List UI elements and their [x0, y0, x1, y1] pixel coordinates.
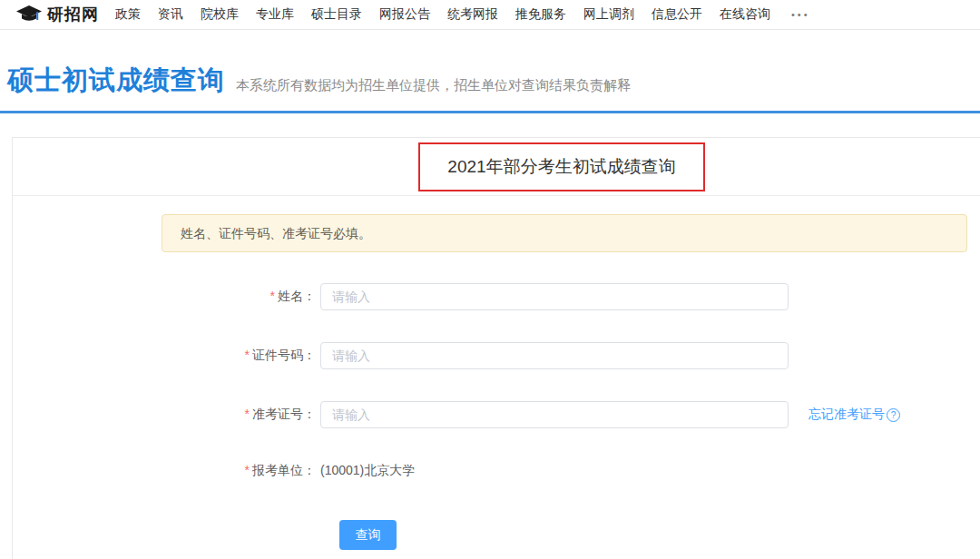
page-title: 硕士初试成绩查询 — [7, 63, 225, 99]
required-asterisk: * — [270, 289, 275, 303]
graduation-cap-icon — [15, 5, 47, 25]
name-input[interactable] — [320, 283, 789, 310]
required-fields-notice: 姓名、证件号码、准考证号必填。 — [162, 214, 967, 252]
nav-item-info-disclosure[interactable]: 信息公开 — [652, 6, 702, 23]
more-menu-icon[interactable]: ••• — [791, 9, 810, 20]
id-number-row: *证件号码： — [13, 342, 980, 369]
target-unit-value: (10001)北京大学 — [320, 463, 415, 479]
ticket-number-row: *准考证号： 忘记准考证号? — [13, 401, 980, 428]
card-header: 2021年部分考生初试成绩查询 — [13, 138, 980, 196]
target-unit-row: *报考单位： (10001)北京大学 — [13, 462, 980, 480]
nav-item-college-db[interactable]: 院校库 — [201, 6, 239, 23]
ticket-number-input[interactable] — [320, 401, 789, 428]
nav-menu: 政策 资讯 院校库 专业库 硕士目录 网报公告 统考网报 推免服务 网上调剂 信… — [115, 6, 810, 23]
ticket-number-label: *准考证号： — [13, 407, 316, 423]
required-asterisk: * — [245, 463, 250, 477]
name-row: *姓名： — [13, 283, 980, 310]
nav-item-news[interactable]: 资讯 — [158, 6, 183, 23]
blue-divider — [0, 111, 980, 113]
site-logo[interactable]: 研招网 — [15, 4, 99, 25]
nav-item-major-db[interactable]: 专业库 — [256, 6, 294, 23]
required-asterisk: * — [245, 407, 250, 421]
required-asterisk: * — [245, 348, 250, 362]
highlight-annotation-box: 2021年部分考生初试成绩查询 — [418, 142, 704, 191]
card-title: 2021年部分考生初试成绩查询 — [447, 157, 675, 176]
target-unit-label: *报考单位： — [13, 463, 316, 479]
query-form: *姓名： *证件号码： *准考证号： 忘记准考证号? — [13, 283, 980, 550]
nav-item-online-adjustment[interactable]: 网上调剂 — [583, 6, 634, 23]
nav-item-unified-exam-reg[interactable]: 统考网报 — [447, 6, 498, 23]
question-circle-icon: ? — [887, 408, 900, 422]
submit-row: 查询 — [13, 520, 980, 550]
site-name: 研招网 — [47, 4, 99, 25]
nav-item-exemption-service[interactable]: 推免服务 — [515, 6, 566, 23]
page-subtitle: 本系统所有数据均为招生单位提供，招生单位对查询结果负责解释 — [236, 77, 631, 99]
query-button[interactable]: 查询 — [339, 520, 397, 550]
nav-item-master-catalog[interactable]: 硕士目录 — [311, 6, 362, 23]
query-card: 2021年部分考生初试成绩查询 姓名、证件号码、准考证号必填。 *姓名： *证件… — [12, 137, 980, 559]
nav-item-policy[interactable]: 政策 — [115, 6, 141, 23]
top-nav: 研招网 政策 资讯 院校库 专业库 硕士目录 网报公告 统考网报 推免服务 网上… — [0, 0, 980, 30]
id-number-label: *证件号码： — [13, 348, 316, 364]
page-header: 硕士初试成绩查询 本系统所有数据均为招生单位提供，招生单位对查询结果负责解释 — [0, 30, 980, 99]
id-number-input[interactable] — [320, 342, 789, 369]
name-label: *姓名： — [13, 289, 316, 305]
nav-item-online-consult[interactable]: 在线咨询 — [720, 6, 770, 23]
page: 研招网 政策 资讯 院校库 专业库 硕士目录 网报公告 统考网报 推免服务 网上… — [0, 0, 980, 559]
nav-item-online-announcement[interactable]: 网报公告 — [379, 6, 430, 23]
forgot-ticket-link[interactable]: 忘记准考证号? — [808, 407, 900, 423]
